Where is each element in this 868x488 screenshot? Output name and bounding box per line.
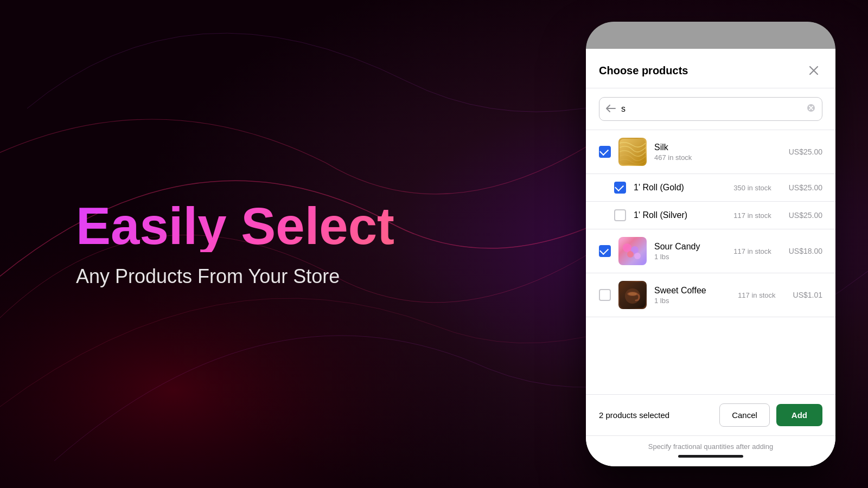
search-container: s <box>586 88 835 130</box>
modal: Choose products <box>586 49 835 466</box>
svg-point-5 <box>623 243 631 252</box>
sour-candy-checkbox[interactable] <box>599 245 611 257</box>
silk-gold-info: 1' Roll (Gold) <box>634 183 726 192</box>
sour-candy-info: Sour Candy 1 lbs <box>654 242 726 261</box>
phone-content: Choose products <box>586 49 835 466</box>
silk-stock: 467 in stock <box>654 153 781 162</box>
silk-checkbox[interactable] <box>599 146 611 158</box>
left-section: Easily Select Any Products From Your Sto… <box>0 0 472 488</box>
headline: Easily Select <box>76 200 472 252</box>
add-button[interactable]: Add <box>776 404 822 426</box>
sour-candy-thumbnail <box>618 237 647 265</box>
phone-container: Choose products <box>586 0 835 488</box>
sweet-coffee-name: Sweet Coffee <box>654 286 730 296</box>
search-box[interactable]: s <box>599 97 822 121</box>
silk-gold-right: 350 in stock US$25.00 <box>733 183 822 192</box>
sour-candy-stock-inline: 117 in stock <box>733 247 771 255</box>
list-item: 1' Roll (Silver) 117 in stock US$25.00 <box>586 202 835 229</box>
search-back-icon[interactable] <box>606 104 616 115</box>
silk-silver-name: 1' Roll (Silver) <box>634 210 726 220</box>
silk-info: Silk 467 in stock <box>654 143 781 162</box>
selected-count: 2 products selected <box>599 410 713 420</box>
sweet-coffee-right: 117 in stock US$1.01 <box>738 291 822 299</box>
modal-footer: 2 products selected Cancel Add <box>586 394 835 435</box>
silk-silver-checkbox[interactable] <box>614 209 626 221</box>
close-button[interactable] <box>805 62 822 79</box>
phone: Choose products <box>586 22 835 466</box>
search-clear-icon[interactable] <box>807 104 815 114</box>
sweet-coffee-stock-inline: 117 in stock <box>738 291 775 299</box>
sweet-coffee-stock: 1 lbs <box>654 297 730 305</box>
modal-title: Choose products <box>599 65 688 77</box>
sour-candy-right: 117 in stock US$18.00 <box>733 247 822 255</box>
list-item: Sour Candy 1 lbs 117 in stock US$18.00 <box>586 229 835 273</box>
silk-silver-stock: 117 in stock <box>733 211 771 220</box>
list-item: Sweet Coffee 1 lbs 117 in stock US$1.01 <box>586 273 835 317</box>
sour-candy-stock: 1 lbs <box>654 253 726 261</box>
product-list: Silk 467 in stock US$25.00 1' Roll (Gold… <box>586 130 835 394</box>
silk-gold-checkbox[interactable] <box>614 182 626 194</box>
sweet-coffee-info: Sweet Coffee 1 lbs <box>654 286 730 305</box>
silk-gold-name: 1' Roll (Gold) <box>634 183 726 192</box>
silk-price: US$25.00 <box>789 147 822 156</box>
silk-silver-info: 1' Roll (Silver) <box>634 210 726 220</box>
cancel-button[interactable]: Cancel <box>719 403 770 427</box>
silk-thumbnail <box>618 138 647 166</box>
modal-header: Choose products <box>586 49 835 88</box>
sweet-coffee-price: US$1.01 <box>793 291 822 299</box>
svg-point-12 <box>628 292 637 296</box>
silk-silver-right: 117 in stock US$25.00 <box>733 211 822 220</box>
silk-gold-stock: 350 in stock <box>733 184 771 192</box>
list-item: 1' Roll (Gold) 350 in stock US$25.00 <box>586 174 835 202</box>
silk-name: Silk <box>654 143 781 152</box>
svg-point-7 <box>627 251 634 258</box>
search-input[interactable]: s <box>621 104 801 114</box>
sour-candy-name: Sour Candy <box>654 242 726 252</box>
silk-gold-price: US$25.00 <box>789 183 822 192</box>
subheadline: Any Products From Your Store <box>76 265 472 288</box>
silk-silver-price: US$25.00 <box>789 211 822 220</box>
svg-point-8 <box>634 253 641 259</box>
sour-candy-price: US$18.00 <box>789 247 822 255</box>
sweet-coffee-checkbox[interactable] <box>599 289 611 301</box>
sweet-coffee-thumbnail <box>618 281 647 309</box>
phone-top-bar <box>586 22 835 49</box>
list-item: Silk 467 in stock US$25.00 <box>586 130 835 174</box>
fractional-note: Specify fractional quantities after addi… <box>586 435 835 466</box>
home-indicator <box>678 455 743 458</box>
